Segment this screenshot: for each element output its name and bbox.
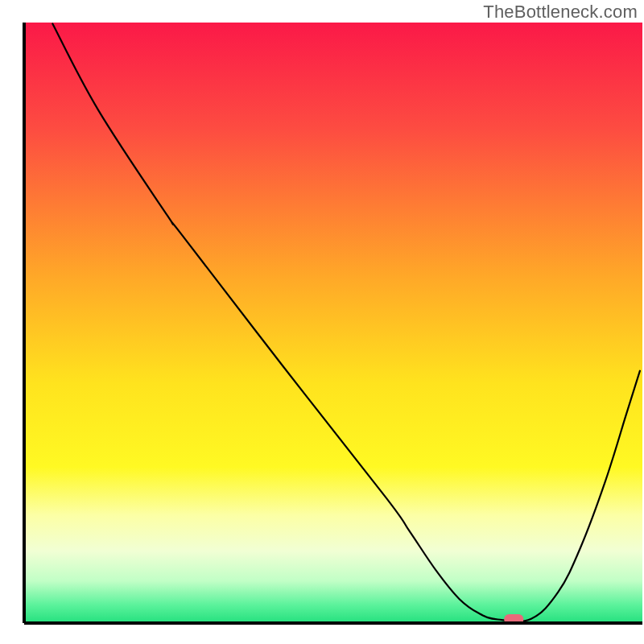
plot-background — [24, 23, 642, 623]
watermark-label: TheBottleneck.com — [483, 2, 638, 23]
bottleneck-chart-svg — [0, 0, 644, 644]
bottleneck-chart-container: TheBottleneck.com — [0, 0, 644, 644]
